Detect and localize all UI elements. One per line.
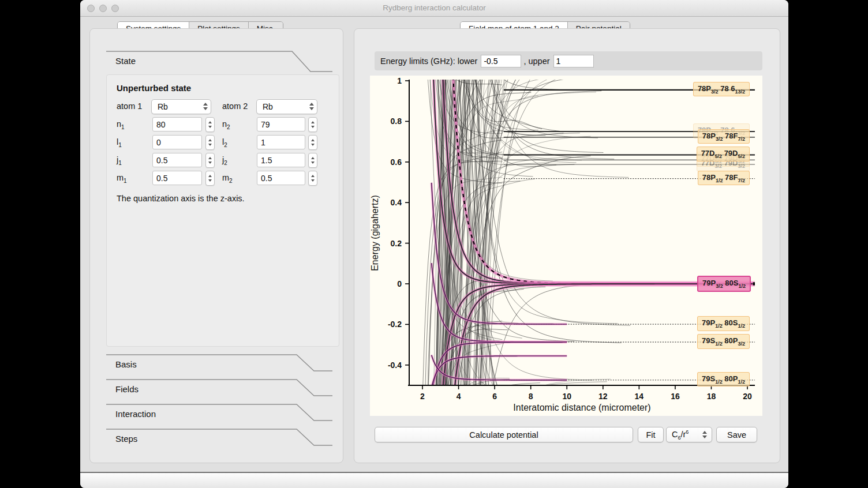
section-header-state[interactable]: State (106, 51, 332, 74)
svg-text:8: 8 (529, 392, 533, 401)
svg-text:18: 18 (707, 392, 716, 401)
window-content: System settings Plot settings Misc. Fiel… (80, 17, 788, 472)
svg-text:20: 20 (743, 392, 752, 401)
svg-text:-0.2: -0.2 (388, 320, 402, 329)
quantization-note: The quantization axis is the z-axis. (117, 194, 245, 203)
energy-upper-input[interactable] (553, 55, 594, 67)
window-bottom-strip (80, 473, 788, 488)
j2-input[interactable] (257, 153, 305, 167)
n1-label: n1 (117, 119, 125, 130)
atom2-value: Rb (263, 102, 273, 111)
j1-input[interactable] (152, 153, 202, 167)
svg-text:0.2: 0.2 (391, 239, 402, 248)
energy-limits-separator: , upper (523, 57, 549, 66)
section-label-basis: Basis (115, 359, 137, 369)
form-row-atom: atom 1 Rb atom 2 Rb (107, 99, 339, 115)
energy-lower-input[interactable] (481, 55, 521, 67)
atom2-select[interactable]: Rb (256, 99, 317, 114)
m1-stepper[interactable] (205, 171, 215, 186)
j2-label: j2 (222, 155, 227, 166)
svg-text:6: 6 (492, 392, 497, 401)
fit-model-select[interactable]: C6/r6 (666, 427, 712, 442)
m2-stepper[interactable] (308, 171, 317, 186)
j1-label: j1 (117, 155, 122, 166)
l1-stepper[interactable] (205, 135, 215, 150)
save-button[interactable]: Save (716, 427, 757, 442)
j2-stepper[interactable] (308, 153, 317, 168)
j1-stepper[interactable] (205, 153, 215, 168)
section-header-fields[interactable]: Fields (106, 379, 332, 402)
chevron-updown-icon (702, 431, 707, 438)
section-fold-line (106, 379, 332, 402)
fit-model-value: C6/r6 (672, 429, 689, 441)
app-window: Rydberg interaction calculator System se… (80, 0, 788, 488)
energy-limits-bar: Energy limits (GHz): lower , upper (375, 51, 762, 70)
svg-text:4: 4 (457, 392, 461, 401)
section-label-fields: Fields (115, 384, 139, 394)
form-heading: Unperturbed state (117, 83, 191, 93)
l2-input[interactable] (257, 135, 305, 149)
atom1-value: Rb (158, 102, 168, 111)
section-fold-line (106, 429, 332, 452)
svg-text:1: 1 (397, 76, 402, 85)
l2-stepper[interactable] (308, 135, 317, 150)
n1-stepper[interactable] (205, 117, 215, 132)
section-label-steps: Steps (115, 434, 137, 444)
field-map-chart: 246810121416182010.80.60.40.20-0.2-0.4 (370, 76, 762, 416)
unperturbed-state-box: Unperturbed state atom 1 Rb atom 2 Rb (106, 74, 339, 347)
section-fold-line (106, 354, 332, 377)
chevron-updown-icon (203, 103, 208, 110)
m2-input[interactable] (257, 171, 305, 185)
svg-text:0.8: 0.8 (391, 117, 402, 126)
calculate-potential-button[interactable]: Calculate potential (375, 427, 633, 442)
plot-panel: Energy limits (GHz): lower , upper 24681… (354, 28, 780, 463)
n2-input[interactable] (257, 117, 305, 132)
form-row-j: j1 j2 (107, 153, 339, 168)
chevron-updown-icon (309, 103, 314, 110)
svg-text:16: 16 (671, 392, 680, 401)
section-label-state: State (115, 56, 136, 66)
l2-label: l2 (222, 137, 227, 148)
energy-limits-label: Energy limits (GHz): lower (380, 57, 477, 66)
svg-text:-0.4: -0.4 (388, 361, 402, 370)
window-title: Rydberg interaction calculator (80, 3, 788, 12)
title-bar: Rydberg interaction calculator (80, 0, 788, 17)
x-axis-title: Interatomic distance (micrometer) (409, 403, 755, 413)
n2-label: n2 (222, 119, 230, 130)
n1-input[interactable] (152, 117, 202, 132)
form-row-m: m1 m2 (107, 171, 339, 186)
n2-stepper[interactable] (308, 117, 317, 132)
svg-text:0.6: 0.6 (391, 157, 402, 167)
y-axis-title: Energy (gigahertz) (370, 181, 381, 285)
svg-text:0: 0 (397, 279, 402, 288)
atom1-select[interactable]: Rb (151, 99, 211, 114)
field-map-plot: 246810121416182010.80.60.40.20-0.2-0.4 E… (370, 76, 762, 416)
section-label-interaction: Interaction (115, 409, 156, 419)
fit-button[interactable]: Fit (638, 427, 664, 442)
m1-input[interactable] (152, 171, 202, 185)
settings-panel: State Unperturbed state atom 1 Rb atom 2… (89, 28, 343, 463)
section-header-steps[interactable]: Steps (106, 429, 332, 452)
atom1-label: atom 1 (117, 102, 142, 111)
svg-text:12: 12 (598, 392, 608, 401)
m2-label: m2 (222, 173, 233, 184)
section-header-interaction[interactable]: Interaction (106, 404, 332, 427)
svg-text:2: 2 (420, 392, 425, 401)
section-fold-line (106, 51, 332, 74)
section-header-basis[interactable]: Basis (106, 354, 332, 377)
svg-text:14: 14 (635, 392, 644, 401)
l1-input[interactable] (152, 135, 202, 149)
l1-label: l1 (117, 137, 122, 148)
form-row-l: l1 l2 (107, 135, 339, 151)
form-row-n: n1 n2 (107, 117, 339, 133)
svg-text:0.4: 0.4 (391, 198, 402, 207)
svg-text:10: 10 (562, 392, 571, 401)
atom2-label: atom 2 (222, 102, 248, 111)
screen-background: Rydberg interaction calculator System se… (0, 0, 868, 488)
m1-label: m1 (117, 173, 127, 184)
